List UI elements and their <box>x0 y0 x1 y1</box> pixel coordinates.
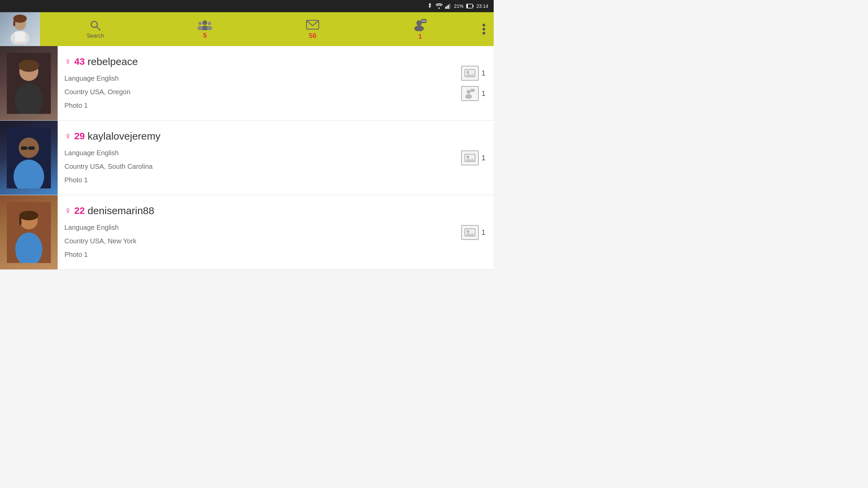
avatar-image <box>0 12 40 46</box>
photo-action[interactable]: 1 <box>461 150 486 165</box>
svg-point-35 <box>19 60 39 72</box>
svg-rect-6 <box>473 5 473 7</box>
user-actions: 1 <box>453 195 494 269</box>
svg-point-30 <box>482 28 485 30</box>
svg-point-9 <box>13 15 27 23</box>
user-language: Language English <box>64 222 446 233</box>
photo-count: 1 <box>481 228 486 237</box>
image-icon <box>465 228 475 237</box>
user-language: Language English <box>64 73 446 84</box>
svg-point-17 <box>198 22 202 25</box>
svg-point-37 <box>467 71 469 74</box>
username: rebelpeace <box>87 56 138 67</box>
svg-rect-3 <box>449 4 450 9</box>
gender-icon: ♀ <box>64 56 72 67</box>
svg-point-20 <box>207 26 212 30</box>
user-item[interactable]: ♀ 43 rebelpeace Language English Country… <box>0 46 494 121</box>
user-item[interactable]: ♀ 22 denisemarin88 Language English Coun… <box>0 195 494 270</box>
user-info: ♀ 43 rebelpeace Language English Country… <box>58 46 453 120</box>
svg-point-40 <box>465 94 472 99</box>
svg-rect-2 <box>448 5 449 9</box>
username: denisemarin88 <box>87 205 154 217</box>
messages-badge: 56 <box>309 32 316 40</box>
user-photo-count: Photo 1 <box>64 249 446 260</box>
svg-point-31 <box>482 32 485 35</box>
svg-line-14 <box>97 27 100 30</box>
gender-icon: ♀ <box>64 205 72 216</box>
more-dots-icon <box>482 23 486 35</box>
notifications-badge: 1 <box>418 33 422 40</box>
user-age: 43 <box>74 56 85 67</box>
chat-person-icon <box>413 18 427 31</box>
photo-count: 1 <box>481 69 486 78</box>
image-icon <box>465 68 475 78</box>
image-icon <box>465 153 475 163</box>
group-icon <box>197 19 212 30</box>
user-photo-image <box>7 127 51 188</box>
status-icons: 21% 23:14 <box>428 3 488 9</box>
svg-point-27 <box>423 20 425 21</box>
svg-point-55 <box>19 211 38 220</box>
svg-rect-5 <box>467 4 468 8</box>
user-photo <box>0 121 58 195</box>
status-bar: 21% 23:14 <box>0 0 494 12</box>
battery-percent: 21% <box>454 3 463 9</box>
user-avatar[interactable] <box>0 12 40 46</box>
nav-bar: Search 5 56 <box>0 12 494 46</box>
photo-icon <box>461 66 479 81</box>
user-photo-count: Photo 1 <box>64 100 446 111</box>
svg-point-22 <box>416 20 422 26</box>
svg-point-23 <box>414 25 424 31</box>
user-list: ♀ 43 rebelpeace Language English Country… <box>0 46 494 270</box>
battery-icon <box>466 4 474 8</box>
svg-point-18 <box>197 26 203 30</box>
tab-notifications[interactable]: 1 <box>406 12 434 46</box>
person-chat-icon <box>465 88 475 99</box>
user-name-row: ♀ 22 denisemarin88 <box>64 205 446 217</box>
svg-point-50 <box>467 156 469 158</box>
svg-point-19 <box>208 22 211 25</box>
photo-action[interactable]: 1 <box>461 225 486 240</box>
user-country: Country USA, Oregon <box>64 86 446 97</box>
svg-point-29 <box>482 24 485 26</box>
user-language: Language English <box>64 147 446 158</box>
user-item[interactable]: ♀ 29 kaylalovejeremy Language English Co… <box>0 121 494 195</box>
user-country: Country USA, South Carolina <box>64 161 446 172</box>
user-photo <box>0 195 58 269</box>
nav-tabs: Search 5 56 <box>40 12 474 46</box>
user-age: 22 <box>74 205 85 216</box>
friend-action[interactable]: 1 <box>461 86 486 101</box>
svg-point-28 <box>425 20 426 21</box>
username: kaylalovejeremy <box>87 130 160 142</box>
svg-point-15 <box>202 20 207 25</box>
mail-icon <box>306 19 319 30</box>
signal-icon <box>445 3 451 9</box>
gender-icon: ♀ <box>64 131 72 142</box>
svg-rect-1 <box>447 6 448 9</box>
tab-messages[interactable]: 56 <box>299 12 326 46</box>
user-photo <box>0 46 58 120</box>
svg-point-26 <box>422 20 423 21</box>
svg-rect-12 <box>15 32 25 42</box>
search-tab-label: Search <box>87 33 104 39</box>
svg-rect-46 <box>21 146 27 150</box>
svg-point-58 <box>467 230 469 233</box>
photo-icon <box>461 225 479 240</box>
user-photo-image <box>7 53 51 114</box>
svg-rect-41 <box>471 89 475 92</box>
svg-rect-10 <box>13 21 15 26</box>
photo-action[interactable]: 1 <box>461 66 486 81</box>
wifi-icon <box>436 3 442 9</box>
tab-search[interactable]: Search <box>80 12 111 46</box>
clock: 23:14 <box>476 3 488 9</box>
more-menu-button[interactable] <box>474 23 494 35</box>
svg-rect-47 <box>28 146 35 150</box>
tab-groups[interactable]: 5 <box>191 12 219 46</box>
avatar-person-icon <box>6 14 34 44</box>
svg-rect-56 <box>19 215 21 225</box>
svg-rect-0 <box>445 7 446 9</box>
photo-icon <box>461 150 479 165</box>
user-age: 29 <box>74 131 85 142</box>
user-actions: 1 1 <box>453 46 494 120</box>
bluetooth-icon <box>428 3 433 9</box>
